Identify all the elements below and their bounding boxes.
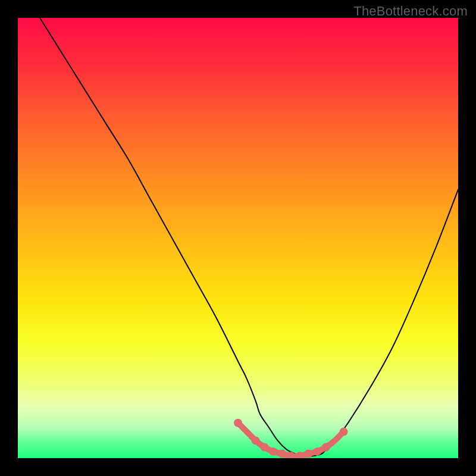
chart-svg [18,18,458,458]
marker-point [269,447,277,456]
marker-point [252,436,260,444]
watermark-text: TheBottleneck.com [353,4,468,19]
marker-point [260,443,268,452]
marker-point [234,419,242,427]
plot-area [18,18,458,458]
marker-point [313,447,321,456]
series-curve [40,18,458,456]
marker-point [340,428,348,436]
chart-frame: TheBottleneck.com [0,0,476,476]
marker-point [304,450,312,458]
marker-point [322,443,330,452]
marker-point [278,450,286,458]
